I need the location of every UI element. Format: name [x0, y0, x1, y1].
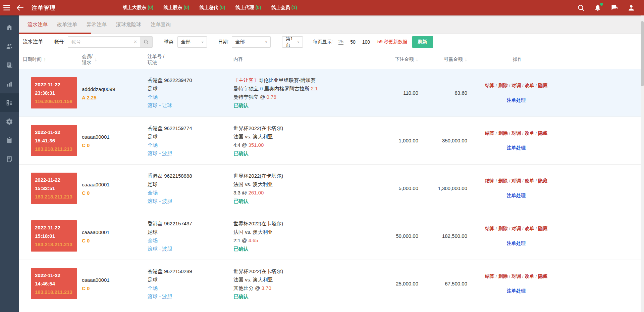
gear-icon	[6, 118, 13, 125]
table-row: 2022-11-2215:18:01183.218.211.213 caaaa0…	[19, 212, 641, 260]
page-select[interactable]: 第1页∨	[282, 36, 303, 48]
nav-online-member[interactable]: 线上会员(1)	[271, 5, 297, 11]
settle-link[interactable]: 结算	[485, 83, 494, 88]
menu-icon[interactable]	[0, 0, 13, 15]
play-type-link[interactable]: 滚球 - 波胆	[148, 197, 172, 205]
scope-link[interactable]: 全场	[148, 236, 158, 244]
delete-link[interactable]: 删除	[498, 273, 507, 279]
clipboard-icon	[6, 137, 13, 144]
process-order-link[interactable]: 注单处理	[507, 145, 526, 151]
tab-rolling-danger-ball[interactable]: 滚球危险球	[113, 21, 145, 28]
user-icon[interactable]	[627, 4, 635, 12]
sidebar-item-news[interactable]	[0, 56, 19, 75]
sport-select[interactable]: 全部∨	[177, 36, 207, 48]
modify-link[interactable]: 改单	[525, 178, 534, 183]
nav-online-general-agent[interactable]: 线上总代(0)	[199, 5, 225, 11]
nav-online-shareholder[interactable]: 线上股东(0)	[163, 5, 189, 11]
header-bet-number: 注单号 /玩法	[145, 53, 231, 65]
date-select[interactable]: 全部∨	[232, 36, 271, 48]
delete-link[interactable]: 删除	[498, 130, 507, 136]
scope-link[interactable]: 全场	[148, 284, 158, 292]
refresh-countdown: 59 秒更新数据	[377, 39, 407, 45]
header-member[interactable]: 会员/退水 ↓	[79, 53, 145, 65]
nav-online-major-shareholder[interactable]: 线上大股东(0)	[123, 5, 153, 11]
scope-link[interactable]: 全场	[148, 188, 158, 197]
hide-link[interactable]: 隐藏	[538, 83, 547, 88]
scope-link[interactable]: 全场	[148, 93, 158, 101]
process-order-link[interactable]: 注单处理	[507, 240, 526, 247]
tab-modified-orders[interactable]: 改单注单	[54, 21, 80, 28]
process-order-link[interactable]: 注单处理	[507, 193, 526, 199]
back-arrow-icon[interactable]	[13, 0, 27, 15]
refresh-button[interactable]: 刷新	[412, 36, 433, 48]
bell-icon[interactable]	[594, 4, 602, 12]
modify-link[interactable]: 改单	[525, 130, 534, 136]
sort-desc-icon[interactable]: ↓	[95, 56, 97, 62]
swap-link[interactable]: 对调	[512, 273, 521, 279]
sidebar-item-clipboard[interactable]	[0, 131, 19, 150]
header-stake[interactable]: 下注金额↓	[362, 56, 422, 62]
settle-link[interactable]: 结算	[485, 226, 494, 231]
modify-link[interactable]: 改单	[525, 273, 534, 279]
swap-link[interactable]: 对调	[512, 178, 521, 183]
process-order-link[interactable]: 注单处理	[507, 97, 526, 103]
nav-online-agent[interactable]: 线上代理(0)	[235, 5, 261, 11]
account-input[interactable]	[68, 37, 140, 47]
sort-asc-icon[interactable]: ↑	[44, 56, 46, 62]
status-badge: 已确认	[233, 294, 249, 299]
hide-link[interactable]: 隐藏	[538, 130, 547, 136]
header-operations: 操作	[471, 56, 561, 62]
scrollbar-thumb[interactable]	[641, 21, 644, 86]
hide-link[interactable]: 隐藏	[538, 178, 547, 183]
tab-order-search[interactable]: 注单查询	[147, 21, 174, 28]
sidebar-item-orders[interactable]	[0, 93, 19, 112]
per-page-option-100[interactable]: 100	[362, 39, 370, 45]
sidebar-item-members[interactable]	[0, 37, 19, 56]
bet-number: 香港盘 9622157437	[148, 219, 228, 228]
table-row: 2022-11-2215:32:51183.218.211.213 caaaa0…	[19, 164, 641, 212]
tab-flow-orders[interactable]: 流水注单	[24, 21, 51, 28]
operations: 结算/删除/对调/改单/隐藏 注单处理	[471, 268, 561, 299]
search-icon[interactable]	[577, 4, 585, 12]
member-account: caaaa00001	[82, 228, 142, 236]
modify-link[interactable]: 改单	[525, 226, 534, 231]
swap-link[interactable]: 对调	[512, 83, 521, 88]
sidebar-item-settings[interactable]	[0, 112, 19, 131]
bet-number: 香港盘 9622158888	[148, 172, 228, 180]
process-order-link[interactable]: 注单处理	[507, 288, 526, 294]
delete-link[interactable]: 删除	[498, 178, 507, 183]
play-type-link[interactable]: 滚球 - 让球	[148, 101, 172, 109]
per-page-option-50[interactable]: 50	[350, 39, 356, 45]
play-type-link[interactable]: 滚球 - 波胆	[148, 149, 172, 158]
table-row: 2022-11-2215:41:36183.218.211.213 caaaa0…	[19, 117, 641, 164]
chat-icon[interactable]	[610, 4, 619, 12]
sidebar-item-reports[interactable]	[0, 75, 19, 93]
member-account: caaaa00001	[82, 181, 142, 189]
hide-link[interactable]: 隐藏	[538, 273, 547, 279]
delete-link[interactable]: 删除	[498, 226, 507, 231]
play-type-link[interactable]: 滚球 - 波胆	[148, 292, 172, 301]
swap-link[interactable]: 对调	[512, 130, 521, 136]
tab-abnormal-orders[interactable]: 异常注单	[83, 21, 110, 28]
account-search-button[interactable]	[140, 36, 153, 48]
settle-link[interactable]: 结算	[485, 273, 494, 279]
swap-link[interactable]: 对调	[512, 226, 521, 231]
bet-number: 香港盘 9622159774	[148, 124, 228, 132]
vertical-scrollbar[interactable]	[641, 15, 644, 312]
scope-link[interactable]: 全场	[148, 141, 158, 149]
win-amount: 350,000.00	[422, 133, 471, 148]
sort-desc-icon[interactable]: ↓	[465, 56, 468, 62]
clear-icon[interactable]: ✕	[133, 39, 137, 44]
settle-link[interactable]: 结算	[485, 178, 494, 183]
header-datetime[interactable]: 日期时间↑	[19, 56, 79, 62]
sidebar-item-home[interactable]	[0, 18, 19, 37]
modify-link[interactable]: 改单	[525, 83, 534, 88]
sidebar-item-journal[interactable]	[0, 150, 19, 169]
sort-desc-icon[interactable]: ↓	[416, 56, 419, 62]
header-win[interactable]: 可赢金额↓	[422, 56, 471, 62]
settle-link[interactable]: 结算	[485, 130, 494, 136]
delete-link[interactable]: 删除	[498, 83, 507, 88]
hide-link[interactable]: 隐藏	[538, 226, 547, 231]
play-type-link[interactable]: 滚球 - 波胆	[148, 244, 172, 253]
per-page-option-25[interactable]: 25	[338, 39, 344, 45]
